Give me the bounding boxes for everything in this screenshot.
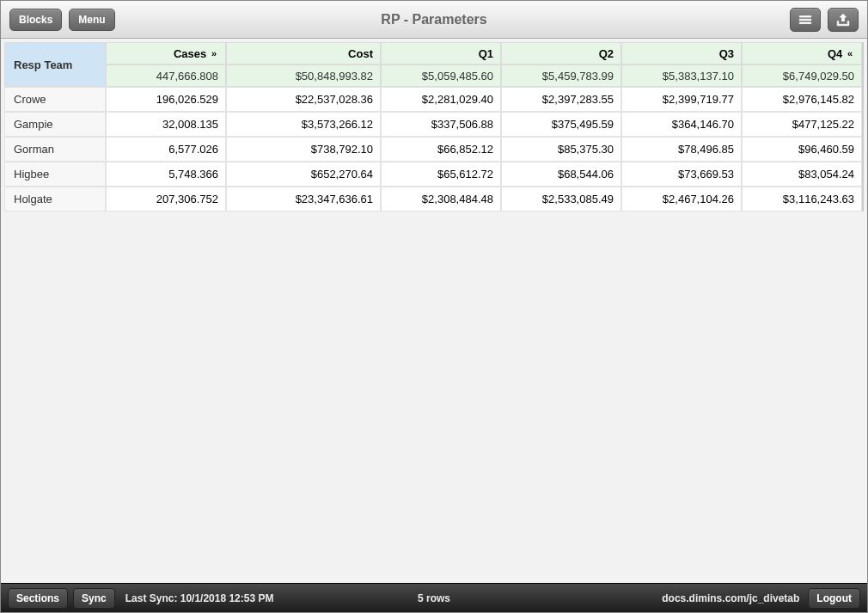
row-cases: 196,026.529 xyxy=(106,87,226,112)
row-q2: $2,397,283.55 xyxy=(501,87,621,112)
data-grid: Resp Team Cases » Cost Q1 Q2 Q3 Q4 « 447… xyxy=(4,42,864,211)
page-title: RP - Parameters xyxy=(1,12,867,28)
expand-right-icon: » xyxy=(211,48,217,58)
row-q3: $364,146.70 xyxy=(621,112,742,137)
top-right-group xyxy=(790,8,859,32)
row-q1: $2,281,029.40 xyxy=(381,87,501,112)
column-header-cost[interactable]: Cost xyxy=(226,42,381,64)
sync-button[interactable]: Sync xyxy=(73,588,115,609)
share-icon-svg xyxy=(835,12,851,28)
row-q4: $96,460.59 xyxy=(742,137,862,162)
row-cost: $738,792.10 xyxy=(226,137,381,162)
row-cost: $3,573,266.12 xyxy=(226,112,381,137)
row-q4: $477,125.22 xyxy=(742,112,862,137)
column-header-q1[interactable]: Q1 xyxy=(381,42,501,64)
column-header-cases-label: Cases xyxy=(174,47,206,60)
share-icon[interactable] xyxy=(828,8,859,32)
dimension-header[interactable]: Resp Team xyxy=(4,42,106,87)
row-q2: $68,544.06 xyxy=(501,162,621,187)
hamburger-icon[interactable] xyxy=(790,8,821,32)
row-q3: $73,669.53 xyxy=(621,162,742,187)
blocks-button[interactable]: Blocks xyxy=(9,9,62,31)
row-q1: $337,506.88 xyxy=(381,112,501,137)
hamburger-icon-svg xyxy=(798,12,813,28)
row-cases: 5,748.366 xyxy=(106,162,226,187)
footer-bar: Sections Sync Last Sync: 10/1/2018 12:53… xyxy=(1,583,867,612)
app-window: Blocks Menu RP - Parameters Resp Team Ca… xyxy=(0,0,868,613)
row-name[interactable]: Gampie xyxy=(4,112,106,137)
table-area[interactable]: Resp Team Cases » Cost Q1 Q2 Q3 Q4 « 447… xyxy=(1,39,867,583)
column-header-q2[interactable]: Q2 xyxy=(501,42,621,64)
total-q3: $5,383,137.10 xyxy=(621,64,742,87)
row-q4: $3,116,243.63 xyxy=(742,187,862,211)
row-q4: $83,054.24 xyxy=(742,162,862,187)
last-sync-text: Last Sync: 10/1/2018 12:53 PM xyxy=(125,592,274,604)
column-header-q4[interactable]: Q4 « xyxy=(742,42,862,64)
row-q2: $85,375.30 xyxy=(501,137,621,162)
row-q3: $78,496.85 xyxy=(621,137,742,162)
row-q2: $375,495.59 xyxy=(501,112,621,137)
row-q3: $2,467,104.26 xyxy=(621,187,742,211)
sections-button[interactable]: Sections xyxy=(8,588,68,609)
top-toolbar: Blocks Menu RP - Parameters xyxy=(1,1,867,39)
row-name[interactable]: Gorman xyxy=(4,137,106,162)
column-header-cases[interactable]: Cases » xyxy=(106,42,226,64)
row-q1: $66,852.12 xyxy=(381,137,501,162)
collapse-left-icon: « xyxy=(847,48,853,58)
row-name[interactable]: Holgate xyxy=(4,187,106,211)
total-q1: $5,059,485.60 xyxy=(381,64,501,87)
row-q1: $65,612.72 xyxy=(381,162,501,187)
row-cases: 32,008.135 xyxy=(106,112,226,137)
row-cases: 6,577.026 xyxy=(106,137,226,162)
total-q4: $6,749,029.50 xyxy=(742,64,862,87)
logout-button[interactable]: Logout xyxy=(808,588,860,609)
column-header-q4-label: Q4 xyxy=(828,47,842,60)
column-header-q3[interactable]: Q3 xyxy=(621,42,742,64)
row-cases: 207,306.752 xyxy=(106,187,226,211)
row-q2: $2,533,085.49 xyxy=(501,187,621,211)
total-cases: 447,666.808 xyxy=(106,64,226,87)
row-cost: $22,537,028.36 xyxy=(226,87,381,112)
row-name[interactable]: Crowe xyxy=(4,87,106,112)
row-q3: $2,399,719.77 xyxy=(621,87,742,112)
total-q2: $5,459,783.99 xyxy=(501,64,621,87)
row-cost: $23,347,636.61 xyxy=(226,187,381,211)
row-name[interactable]: Higbee xyxy=(4,162,106,187)
row-q4: $2,976,145.82 xyxy=(742,87,862,112)
total-cost: $50,848,993.82 xyxy=(226,64,381,87)
footer-right-group: docs.dimins.com/jc_divetab Logout xyxy=(662,588,860,609)
row-q1: $2,308,484.48 xyxy=(381,187,501,211)
host-text: docs.dimins.com/jc_divetab xyxy=(662,592,799,604)
row-cost: $652,270.64 xyxy=(226,162,381,187)
menu-button[interactable]: Menu xyxy=(69,9,114,31)
